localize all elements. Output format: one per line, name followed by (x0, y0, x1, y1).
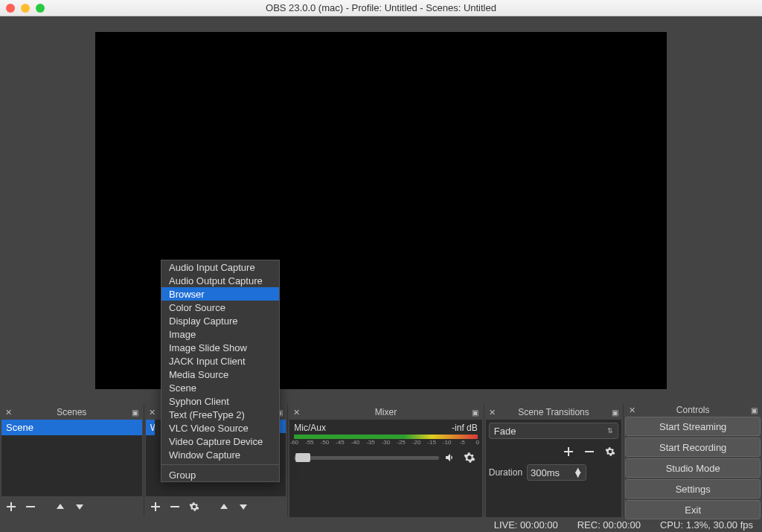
start-recording-button[interactable]: Start Recording (625, 438, 761, 457)
context-menu-item[interactable]: Color Source (161, 301, 279, 314)
mixer-channel-db: -inf dB (452, 423, 478, 433)
meter-tick: -20 (412, 439, 421, 446)
add-scene-button[interactable] (3, 499, 19, 515)
context-menu-item[interactable]: Window Capture (161, 448, 279, 461)
meter-tick: 0 (476, 439, 479, 446)
context-menu-item[interactable]: JACK Input Client (161, 354, 279, 368)
scenes-dock: ✕ Scenes ▣ Scene (0, 405, 144, 517)
context-menu-item[interactable]: Audio Output Capture (161, 274, 279, 287)
popout-icon[interactable]: ▣ (130, 407, 141, 417)
window-title: OBS 23.0.0 (mac) - Profile: Untitled - S… (0, 2, 762, 13)
mixer-channel: Mic/Aux -inf dB -60-55-50-45-40-35-30-25… (289, 420, 481, 469)
stepper-arrows-icon[interactable]: ▲▼ (573, 468, 583, 477)
duration-value: 300ms (531, 467, 560, 478)
add-source-button[interactable] (147, 499, 164, 515)
close-icon[interactable]: ✕ (3, 407, 13, 417)
speaker-icon[interactable] (442, 449, 458, 466)
mixer-dock: ✕ Mixer ▣ Mic/Aux -inf dB -60-55-50-45-4… (288, 405, 484, 517)
move-source-up-button[interactable] (216, 499, 232, 515)
meter-tick: -30 (382, 439, 391, 446)
context-menu-item[interactable]: Media Source (161, 368, 279, 381)
preview-area (0, 16, 762, 405)
mixer-ticks: -60-55-50-45-40-35-30-25-20-15-10-50 (294, 439, 477, 446)
remove-scene-button[interactable] (22, 499, 39, 515)
add-source-context-menu: Audio Input CaptureAudio Output CaptureB… (161, 260, 280, 482)
meter-tick: -40 (351, 439, 360, 446)
duration-input[interactable]: 300ms ▲▼ (527, 464, 586, 481)
popout-icon[interactable]: ▣ (609, 407, 620, 417)
start-streaming-button[interactable]: Start Streaming (625, 417, 761, 436)
transition-select[interactable]: Fade ⇅ (489, 423, 619, 439)
close-icon[interactable]: ✕ (147, 407, 158, 417)
scenes-list[interactable]: Scene (1, 420, 142, 496)
scenes-title: Scenes (16, 407, 127, 417)
remove-transition-button[interactable] (581, 443, 598, 460)
context-menu-item[interactable]: Text (FreeType 2) (161, 408, 279, 421)
close-icon[interactable]: ✕ (291, 407, 301, 417)
meter-tick: -45 (336, 439, 345, 446)
move-scene-up-button[interactable] (52, 499, 68, 515)
context-menu-item[interactable]: Group (161, 468, 279, 481)
transitions-title: Scene Transitions (501, 407, 607, 417)
scene-item[interactable]: Scene (1, 420, 142, 435)
context-menu-item[interactable]: Audio Input Capture (161, 260, 279, 274)
status-rec: REC: 00:00:00 (577, 519, 641, 531)
context-menu-item[interactable]: Video Capture Device (161, 435, 279, 448)
close-icon[interactable]: ✕ (487, 407, 498, 417)
controls-dock: ✕ Controls ▣ Start StreamingStart Record… (624, 405, 762, 517)
meter-tick: -50 (321, 439, 330, 446)
scenes-toolbar (0, 496, 144, 517)
chevron-updown-icon: ⇅ (607, 427, 613, 435)
source-properties-button[interactable] (186, 499, 202, 515)
move-scene-down-button[interactable] (71, 499, 88, 515)
add-transition-button[interactable] (560, 443, 577, 460)
meter-tick: -10 (443, 439, 452, 446)
studio-mode-button[interactable]: Studio Mode (625, 458, 761, 478)
transition-current: Fade (494, 426, 516, 437)
source-item[interactable]: W (146, 420, 155, 435)
settings-button[interactable]: Settings (625, 479, 761, 499)
controls-title: Controls (640, 405, 746, 415)
popout-icon[interactable]: ▣ (470, 407, 481, 417)
context-menu-item[interactable]: Display Capture (161, 314, 279, 327)
status-live: LIVE: 00:00:00 (494, 519, 558, 531)
context-menu-item[interactable]: Syphon Client (161, 394, 279, 408)
transition-properties-button[interactable] (602, 443, 618, 460)
context-menu-item[interactable]: Image Slide Show (161, 341, 279, 354)
context-menu-item[interactable]: Scene (161, 381, 279, 394)
meter-tick: -25 (397, 439, 406, 446)
meter-tick: -35 (366, 439, 375, 446)
meter-tick: -5 (460, 439, 465, 446)
context-menu-separator (161, 464, 279, 465)
gear-icon[interactable] (461, 449, 478, 466)
duration-label: Duration (489, 467, 522, 478)
popout-icon[interactable]: ▣ (749, 405, 759, 415)
close-icon[interactable]: ✕ (627, 405, 637, 415)
meter-tick: -15 (427, 439, 436, 446)
remove-source-button[interactable] (167, 499, 183, 515)
window-titlebar: OBS 23.0.0 (mac) - Profile: Untitled - S… (0, 0, 762, 16)
context-menu-item[interactable]: VLC Video Source (161, 421, 279, 435)
move-source-down-button[interactable] (235, 499, 252, 515)
mixer-volume-slider[interactable] (294, 456, 438, 460)
mixer-channel-name: Mic/Aux (294, 423, 326, 433)
context-menu-item[interactable]: Image (161, 327, 279, 341)
mixer-title: Mixer (304, 407, 467, 417)
exit-button[interactable]: Exit (625, 500, 761, 519)
transitions-dock: ✕ Scene Transitions ▣ Fade ⇅ Duration 3 (484, 405, 624, 517)
context-menu-item[interactable]: Browser (161, 287, 279, 301)
sources-toolbar (144, 496, 288, 517)
status-cpu: CPU: 1.3%, 30.00 fps (660, 519, 753, 531)
source-item-edge (280, 420, 286, 433)
meter-tick: -60 (289, 439, 298, 446)
meter-tick: -55 (305, 439, 314, 446)
